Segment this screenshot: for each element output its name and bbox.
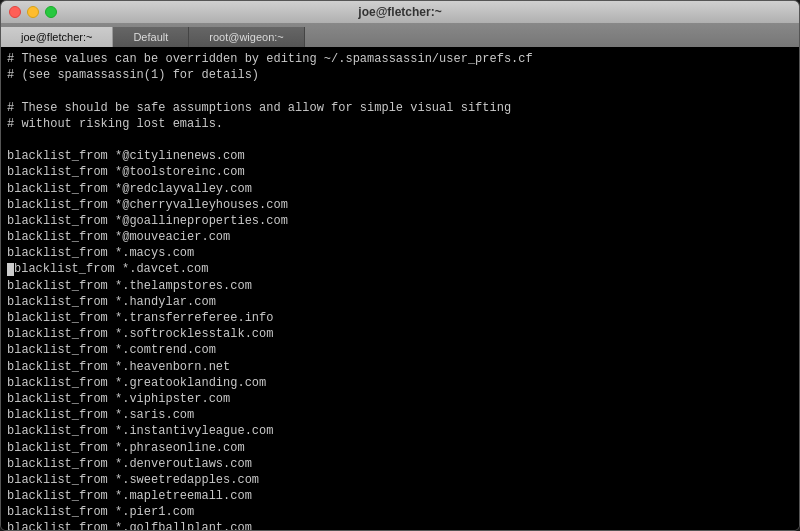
terminal-content[interactable]: # These values can be overridden by edit… [1,47,799,530]
terminal-line: # These should be safe assumptions and a… [7,100,793,116]
terminal-line: blacklist_from *.phraseonline.com [7,440,793,456]
terminal-line: blacklist_from *@toolstoreinc.com [7,164,793,180]
terminal-line: blacklist_from *.comtrend.com [7,342,793,358]
terminal-line: blacklist_from *@cherryvalleyhouses.com [7,197,793,213]
minimize-button[interactable] [27,6,39,18]
terminal-line: blacklist_from *.sweetredapples.com [7,472,793,488]
title-bar: joe@fletcher:~ [1,1,799,23]
terminal-line: blacklist_from *.greatooklanding.com [7,375,793,391]
terminal-line: blacklist_from *.mapletreemall.com [7,488,793,504]
terminal-line: blacklist_from *.viphipster.com [7,391,793,407]
terminal-line: # without risking lost emails. [7,116,793,132]
terminal-line: blacklist_from *.pier1.com [7,504,793,520]
terminal-line: blacklist_from *@mouveacier.com [7,229,793,245]
close-button[interactable] [9,6,21,18]
terminal-line: blacklist_from *.saris.com [7,407,793,423]
maximize-button[interactable] [45,6,57,18]
tab-default[interactable]: Default [113,27,189,47]
window-controls [9,6,57,18]
terminal-line: blacklist_from *.handylar.com [7,294,793,310]
tab-bar: joe@fletcher:~ Default root@wigeon:~ [1,23,799,47]
terminal-line: blacklist_from *.macys.com [7,245,793,261]
tab-joe-fletcher[interactable]: joe@fletcher:~ [1,27,113,47]
terminal-line: blacklist_from *.thelampstores.com [7,278,793,294]
terminal-line: blacklist_from *.golfballplant.com [7,520,793,530]
terminal-line: blacklist_from *@goallineproperties.com [7,213,793,229]
terminal-line: blacklist_from *.heavenborn.net [7,359,793,375]
terminal-line: # These values can be overridden by edit… [7,51,793,67]
terminal-line: blacklist_from *@citylinenews.com [7,148,793,164]
terminal-line: blacklist_from *@redclayvalley.com [7,181,793,197]
terminal-line: blacklist_from *.transferreferee.info [7,310,793,326]
terminal-line [7,132,793,148]
window-title: joe@fletcher:~ [358,5,441,19]
terminal-line: blacklist_from *.softrocklesstalk.com [7,326,793,342]
tab-root-wigeon[interactable]: root@wigeon:~ [189,27,304,47]
terminal-cursor [7,263,14,276]
terminal-window: joe@fletcher:~ joe@fletcher:~ Default ro… [0,0,800,531]
terminal-line [7,83,793,99]
terminal-line: # (see spamassassin(1) for details) [7,67,793,83]
terminal-line: blacklist_from *.instantivyleague.com [7,423,793,439]
terminal-line: blacklist_from *.denveroutlaws.com [7,456,793,472]
terminal-line: blacklist_from *.davcet.com [7,261,793,277]
